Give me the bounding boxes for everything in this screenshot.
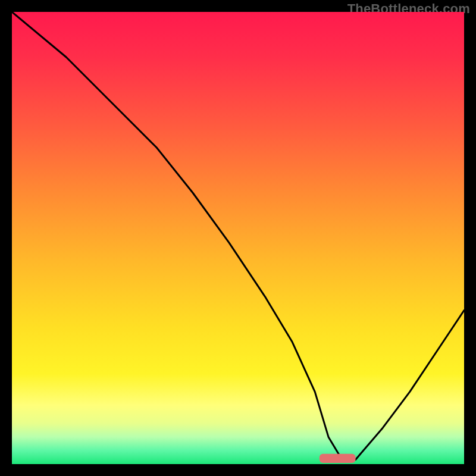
sweet-spot-marker <box>320 454 356 463</box>
chart-container: TheBottleneck.com <box>0 0 476 476</box>
chart-svg <box>12 12 464 464</box>
bottleneck-curve-line <box>12 12 464 459</box>
plot-area <box>12 12 464 464</box>
